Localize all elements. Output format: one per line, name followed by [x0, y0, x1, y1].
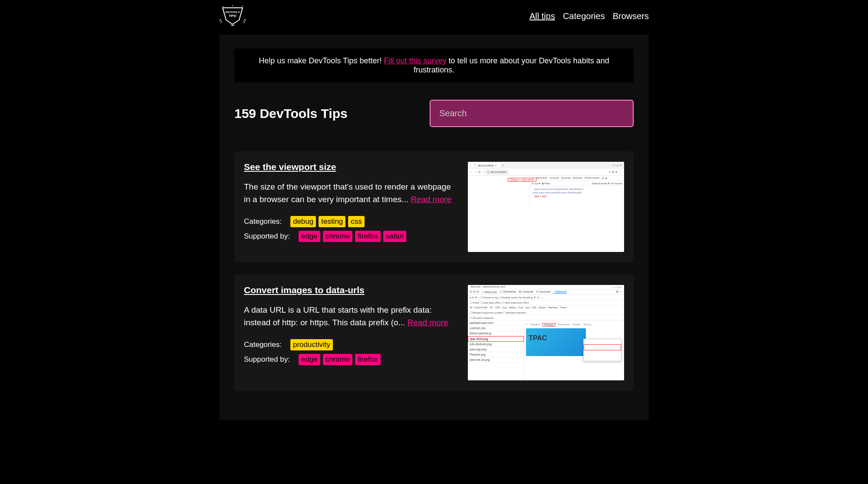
context-menu-item: Save image as... [584, 356, 621, 361]
nav-categories[interactable]: Categories [563, 11, 605, 21]
context-menu-item: Copy image as data URI [584, 344, 621, 350]
file-item: patrickbrosset.com [468, 320, 524, 326]
file-item: w3c-devtools.png [468, 342, 524, 347]
category-tag[interactable]: testing [319, 216, 345, 227]
tip-card: See the viewport size The size of the vi… [234, 151, 634, 262]
categories-label: Categories: [244, 217, 282, 226]
file-item: common.css [468, 326, 524, 331]
file-item: tpac-2023.png [468, 336, 524, 342]
tip-card: Convert images to data-urls A data URL i… [234, 275, 634, 391]
svg-text:DEVTOOLS: DEVTOOLS [226, 11, 240, 13]
browser-tag[interactable]: firefox [355, 231, 380, 242]
site-header: DEVTOOLS TIPS! All tips Categories Brows… [219, 0, 649, 35]
page-title: 159 DevTools Tips [234, 106, 348, 121]
survey-banner: Help us make DevTools Tips better! Fill … [234, 49, 634, 82]
main-content: Help us make DevTools Tips better! Fill … [219, 35, 649, 420]
thumb-address: about:blank [491, 170, 506, 173]
thumb-tab: about:blank [478, 164, 493, 167]
tip-description: A data URL is a URL that starts with the… [244, 304, 452, 329]
tip-desc-text: A data URL is a URL that starts with the… [244, 305, 432, 327]
browser-tag[interactable]: chrome [323, 354, 353, 365]
thumb-result: '354 × 415' [534, 195, 547, 198]
tip-title[interactable]: Convert images to data-urls [244, 285, 365, 295]
category-tag[interactable]: productivity [290, 339, 333, 350]
svg-text:TIPS!: TIPS! [229, 14, 237, 17]
file-item: pwa-logo.png [468, 347, 524, 352]
nav-browsers[interactable]: Browsers [613, 11, 649, 21]
thumb-code: [document.documentElement.clientWidth] +… [533, 188, 585, 194]
supported-label: Supported by: [244, 355, 290, 364]
category-tag[interactable]: debug [290, 216, 316, 227]
browsers-row: Supported by: edge chrome firefox [244, 354, 456, 365]
tip-title[interactable]: See the viewport size [244, 162, 336, 172]
banner-prefix: Help us make DevTools Tips better! [259, 56, 384, 65]
svg-line-6 [220, 21, 222, 23]
tip-description: The size of the viewport that's used to … [244, 181, 452, 206]
survey-link[interactable]: Fill out this survey [384, 56, 446, 65]
browser-tag[interactable]: edge [299, 354, 320, 365]
browser-tag[interactable]: firefox [355, 354, 380, 365]
tip-thumbnail: ◌ about:blank ×+— ▭ × ← → ⟳ⓘ about:blank… [468, 162, 624, 252]
read-more-link[interactable]: Read more [408, 318, 448, 327]
categories-row: Categories: productivity [244, 339, 456, 350]
file-item: theme-switcher.js [468, 331, 524, 336]
category-tag[interactable]: css [348, 216, 365, 227]
svg-line-5 [220, 19, 221, 21]
svg-point-4 [242, 6, 243, 7]
categories-label: Categories: [244, 340, 282, 349]
browser-tag[interactable]: edge [299, 231, 320, 242]
logo[interactable]: DEVTOOLS TIPS! [219, 5, 246, 27]
file-item: pixel-me-32.png [468, 357, 524, 363]
context-menu-item: Copy image URL [584, 339, 621, 344]
thumb-window-title: Devtools - patrickbrosset.com/ [470, 285, 506, 288]
read-more-link[interactable]: Read more [411, 195, 451, 204]
search-input[interactable] [430, 100, 634, 127]
svg-line-8 [243, 21, 245, 23]
supported-label: Supported by: [244, 232, 290, 241]
browser-tag[interactable]: chrome [323, 231, 353, 242]
svg-point-2 [223, 6, 224, 7]
tip-thumbnail: Devtools - patrickbrosset.com/— ▭ × ⊡ ⊟ … [468, 285, 624, 380]
header-row: 159 DevTools Tips [234, 100, 634, 127]
browsers-row: Supported by: edge chrome firefox safari [244, 231, 456, 242]
svg-line-7 [244, 19, 246, 21]
nav-all-tips[interactable]: All tips [529, 11, 555, 21]
categories-row: Categories: debug testing css [244, 216, 456, 227]
context-menu-item: Open image in new tab [584, 350, 621, 356]
svg-point-3 [232, 5, 233, 6]
thumb-image-text: TPAC [529, 334, 547, 342]
file-item: Picture4.png [468, 352, 524, 357]
browser-tag[interactable]: safari [383, 231, 407, 242]
main-nav: All tips Categories Browsers [529, 11, 649, 21]
